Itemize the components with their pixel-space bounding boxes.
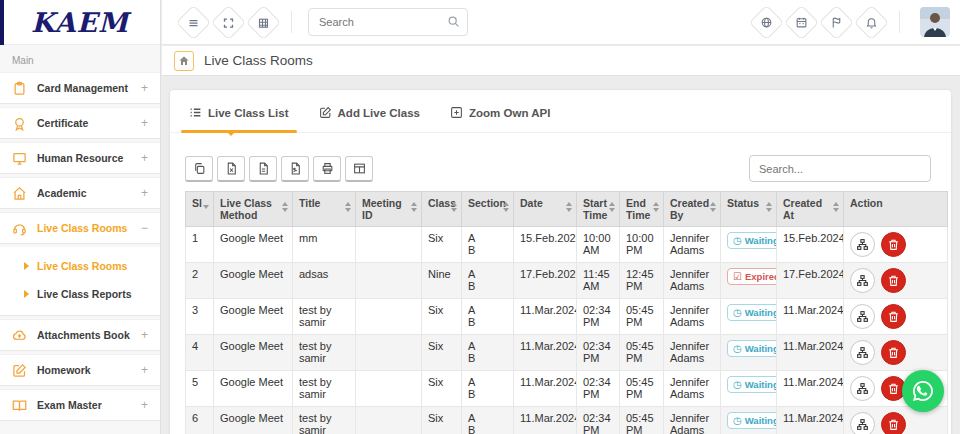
delete-button[interactable] — [881, 304, 906, 329]
global-search — [308, 8, 468, 36]
column-visibility-button[interactable] — [345, 156, 373, 182]
sort-icon — [451, 202, 457, 212]
sidebar-item-certificate[interactable]: Certificate + — [0, 107, 160, 139]
cloud-upload-icon — [11, 328, 27, 343]
excel-export-button[interactable] — [217, 156, 245, 182]
sitemap-button[interactable] — [850, 304, 875, 329]
sidebar-item-label: Attachments Book — [37, 329, 131, 341]
sidebar-item-live-class-rooms[interactable]: Live Class Rooms − — [0, 212, 160, 244]
edit-icon — [11, 363, 27, 378]
col-status[interactable]: Status — [721, 192, 777, 227]
delete-button[interactable] — [881, 268, 906, 293]
sitemap-button[interactable] — [850, 232, 875, 257]
table-row: 6 Google Meet test by samir Six A B 11.M… — [186, 407, 948, 434]
tab-bar: Live Class List Add Live Class Zoom Own … — [170, 90, 951, 133]
global-search-input[interactable] — [308, 8, 468, 36]
tab-add-live-class[interactable]: Add Live Class — [319, 106, 420, 132]
logo-text: KAEM — [31, 7, 129, 38]
tab-live-class-list[interactable]: Live Class List — [189, 106, 289, 132]
delete-button[interactable] — [881, 340, 906, 365]
delete-button[interactable] — [881, 232, 906, 257]
whatsapp-button[interactable] — [902, 370, 944, 412]
sidebar-item-label: Homework — [37, 364, 131, 376]
menu-toggle-button[interactable] — [176, 4, 211, 39]
col-created-at[interactable]: Created At — [777, 192, 844, 227]
delete-button[interactable] — [881, 412, 906, 434]
col-end-time[interactable]: End Time — [620, 192, 664, 227]
expand-plus-icon: + — [141, 186, 148, 200]
status-badge: Waiting — [727, 232, 777, 249]
table-body: 1 Google Meet mm Six A B 15.Feb.2024 10:… — [186, 227, 948, 434]
calendar-button[interactable] — [784, 4, 819, 39]
sort-desc-icon — [203, 205, 209, 209]
expand-plus-icon: + — [141, 363, 148, 377]
submenu-item-live-class-rooms[interactable]: Live Class Rooms — [0, 252, 160, 280]
table-row: 2 Google Meet adsas Nine A B 17.Feb.2024… — [186, 263, 948, 299]
grid-icon — [258, 16, 270, 28]
sitemap-button[interactable] — [850, 376, 875, 401]
col-sl[interactable]: Sl — [186, 192, 214, 227]
submenu-item-label: Live Class Reports — [37, 288, 132, 300]
menu-icon — [188, 16, 200, 28]
expand-plus-icon: + — [141, 151, 148, 165]
fullscreen-button[interactable] — [211, 4, 246, 39]
breadcrumb-home-button[interactable] — [174, 51, 194, 71]
tab-label: Zoom Own API — [469, 107, 550, 119]
notifications-button[interactable] — [854, 4, 889, 39]
tab-label: Add Live Class — [338, 107, 420, 119]
col-start-time[interactable]: Start Time — [577, 192, 620, 227]
announcements-button[interactable] — [819, 4, 854, 39]
expand-plus-icon: + — [141, 328, 148, 342]
search-icon — [447, 15, 460, 28]
col-section[interactable]: Section — [462, 192, 514, 227]
table-row: 1 Google Meet mm Six A B 15.Feb.2024 10:… — [186, 227, 948, 263]
copy-button[interactable] — [185, 156, 213, 182]
sidebar-item-attachments-book[interactable]: Attachments Book + — [0, 319, 160, 351]
sort-icon — [345, 202, 351, 212]
tab-label: Live Class List — [208, 107, 289, 119]
sidebar-item-human-resource[interactable]: Human Resource + — [0, 142, 160, 174]
pdf-export-button[interactable] — [281, 156, 309, 182]
submenu-item-live-class-reports[interactable]: Live Class Reports — [0, 280, 160, 308]
status-badge: Waiting — [727, 412, 777, 429]
page-title: Live Class Rooms — [204, 53, 313, 68]
tab-zoom-own-api[interactable]: Zoom Own API — [450, 106, 550, 132]
sidebar-item-card-management[interactable]: Card Management + — [0, 72, 160, 104]
book-icon — [11, 398, 27, 413]
divider — [899, 11, 900, 33]
user-avatar[interactable] — [920, 7, 950, 37]
apps-grid-button[interactable] — [246, 4, 281, 39]
expand-plus-icon: + — [141, 81, 148, 95]
logo[interactable]: KAEM — [0, 0, 160, 45]
col-live-class-method[interactable]: Live Class Method — [214, 192, 293, 227]
sitemap-button[interactable] — [850, 412, 875, 434]
col-title[interactable]: Title — [293, 192, 356, 227]
col-date[interactable]: Date — [514, 192, 577, 227]
edit-square-icon — [319, 106, 332, 119]
collapse-minus-icon: − — [141, 221, 148, 235]
clipboard-icon — [11, 81, 27, 96]
csv-export-button[interactable] — [249, 156, 277, 182]
sort-icon — [411, 202, 417, 212]
sidebar-submenu: Live Class Rooms Live Class Reports — [0, 247, 160, 316]
sitemap-button[interactable] — [850, 268, 875, 293]
sort-icon — [766, 202, 772, 212]
col-meeting-id[interactable]: Meeting ID — [356, 192, 422, 227]
sidebar-item-homework[interactable]: Homework + — [0, 354, 160, 386]
sidebar-item-exam-master[interactable]: Exam Master + — [0, 389, 160, 421]
caret-right-icon — [24, 262, 29, 270]
status-badge: Waiting — [727, 304, 777, 321]
language-button[interactable] — [749, 4, 784, 39]
col-class[interactable]: Class — [422, 192, 462, 227]
breadcrumb: Live Class Rooms — [162, 46, 960, 76]
col-created-by[interactable]: Created By — [664, 192, 721, 227]
sitemap-button[interactable] — [850, 340, 875, 365]
status-badge: Waiting — [727, 340, 777, 357]
print-button[interactable] — [313, 156, 341, 182]
table-header-row: Sl Live Class Method Title Meeting ID Cl… — [186, 192, 948, 227]
table-row: 5 Google Meet test by samir Six A B 11.M… — [186, 371, 948, 407]
table-row: 3 Google Meet test by samir Six A B 11.M… — [186, 299, 948, 335]
table-search-input[interactable] — [749, 155, 931, 182]
plus-square-icon — [450, 106, 463, 119]
sidebar-item-academic[interactable]: Academic + — [0, 177, 160, 209]
